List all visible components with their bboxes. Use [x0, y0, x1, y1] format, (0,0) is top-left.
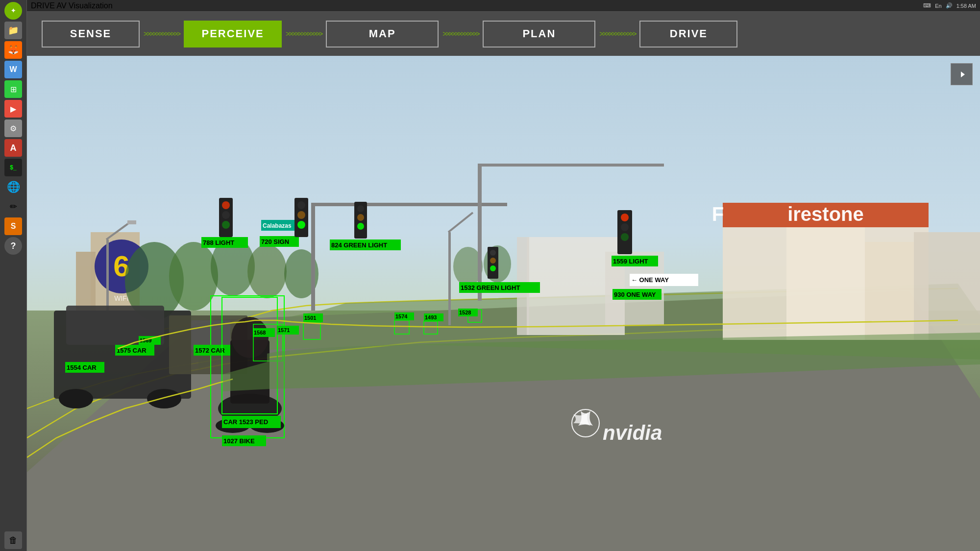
nav-arrow-2: >>>>>>>>>>>> [282, 30, 326, 38]
nav-drive[interactable]: DRIVE [639, 21, 737, 48]
expand-button[interactable] [951, 63, 973, 85]
titlebar: DRIVE AV Visualization ⌨ En 🔊 1:58 AM [27, 0, 980, 12]
main-content: DRIVE AV Visualization ⌨ En 🔊 1:58 AM SE… [27, 0, 980, 551]
camera-view: 6 WIFI irestone F [27, 56, 980, 551]
nav-map[interactable]: MAP [326, 21, 439, 48]
sidebar-icon-terminal[interactable]: $_ [4, 159, 22, 176]
sidebar-icon-impress[interactable]: ▶ [4, 100, 22, 118]
app-window: ✦ 📁 🦊 W ⊞ ▶ ⚙ A $_ 🌐 ✏ S ? 🗑 DRIVE AV Vi… [0, 0, 980, 551]
sidebar-icon-textedit[interactable]: A [4, 139, 22, 157]
sidebar-icon-sublime[interactable]: S [4, 217, 22, 235]
sidebar-icon-help[interactable]: ? [4, 237, 22, 255]
clock: 1:58 AM [956, 3, 976, 9]
titlebar-controls: ⌨ En 🔊 1:58 AM [923, 2, 976, 9]
nav-sense[interactable]: SENSE [42, 21, 140, 48]
window-title: DRIVE AV Visualization [31, 1, 113, 10]
nav-arrow-1: >>>>>>>>>>>> [140, 30, 184, 38]
sidebar-icon-firefox[interactable]: 🦊 [4, 41, 22, 59]
language-indicator: En [935, 3, 941, 9]
nav-arrow-3: >>>>>>>>>>>> [439, 30, 483, 38]
sidebar: ✦ 📁 🦊 W ⊞ ▶ ⚙ A $_ 🌐 ✏ S ? 🗑 [0, 0, 27, 551]
sidebar-icon-trash[interactable]: 🗑 [4, 531, 22, 549]
keyboard-icon: ⌨ [923, 2, 931, 9]
navbar: SENSE >>>>>>>>>>>> PERCEIVE >>>>>>>>>>>>… [27, 12, 980, 56]
sidebar-icon-tool[interactable]: ⚙ [4, 120, 22, 137]
nav-perceive[interactable]: PERCEIVE [184, 21, 282, 48]
sidebar-icon-pen[interactable]: ✏ [4, 198, 22, 216]
sidebar-icon-calc[interactable]: ⊞ [4, 80, 22, 98]
sidebar-icon-files[interactable]: 📁 [4, 22, 22, 39]
svg-marker-116 [961, 72, 965, 77]
sidebar-icon-chrome[interactable]: 🌐 [4, 178, 22, 196]
sidebar-icon-writer[interactable]: W [4, 61, 22, 78]
sidebar-icon-nvidia[interactable]: ✦ [4, 2, 22, 20]
sound-icon: 🔊 [946, 2, 953, 9]
nav-plan[interactable]: PLAN [483, 21, 595, 48]
nav-arrow-4: >>>>>>>>>>>> [595, 30, 639, 38]
